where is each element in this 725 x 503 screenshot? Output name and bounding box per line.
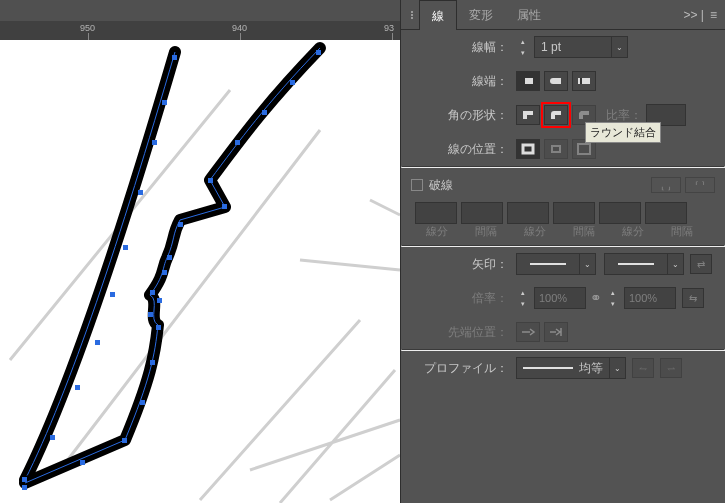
- scale-swap-button[interactable]: ⇆: [682, 288, 704, 308]
- svg-rect-23: [208, 178, 213, 183]
- tip-label: 先端位置：: [411, 324, 516, 341]
- tab-stroke[interactable]: 線: [419, 0, 457, 30]
- panel-menu-icon[interactable]: ≡: [710, 8, 717, 22]
- svg-rect-9: [162, 100, 167, 105]
- dash-3[interactable]: [599, 202, 641, 224]
- corner-label: 角の形状：: [411, 107, 516, 124]
- gap-3[interactable]: [645, 202, 687, 224]
- svg-rect-22: [222, 204, 227, 209]
- svg-rect-29: [523, 78, 525, 84]
- svg-rect-10: [172, 55, 177, 60]
- corner-round-button[interactable]: [544, 105, 568, 125]
- svg-rect-0: [22, 477, 27, 482]
- stroke-panel: 線 変形 属性 >> | ≡ 線幅： ▴▾ 1 pt ⌄ 線端： 角の形状：: [400, 0, 725, 503]
- svg-rect-15: [156, 325, 161, 330]
- tab-attribute[interactable]: 属性: [505, 0, 553, 30]
- tip-align-button[interactable]: [544, 322, 568, 342]
- svg-rect-11: [80, 460, 85, 465]
- cap-label: 線端：: [411, 73, 516, 90]
- scale-start-stepper[interactable]: ▴▾: [516, 287, 530, 309]
- svg-rect-12: [122, 438, 127, 443]
- dash-1[interactable]: [415, 202, 457, 224]
- profile-flip-y[interactable]: ⥋: [660, 358, 682, 378]
- gap-1[interactable]: [461, 202, 503, 224]
- svg-rect-6: [123, 245, 128, 250]
- stroke-weight-label: 線幅：: [411, 39, 516, 56]
- miter-limit-label: 比率：: [606, 107, 646, 124]
- svg-rect-21: [178, 222, 183, 227]
- tip-extend-button[interactable]: [516, 322, 540, 342]
- arrow-start-chevron[interactable]: ⌄: [580, 253, 596, 275]
- svg-rect-34: [523, 145, 533, 153]
- svg-rect-16: [148, 312, 153, 317]
- cap-round-button[interactable]: [544, 71, 568, 91]
- scale-link-icon[interactable]: ⚭: [586, 290, 606, 306]
- svg-point-31: [550, 78, 556, 84]
- panel-more-icon[interactable]: >> |: [684, 8, 704, 22]
- svg-rect-13: [140, 400, 145, 405]
- svg-rect-17: [157, 298, 162, 303]
- dash-align-b[interactable]: ⸢ ⸣: [685, 177, 715, 193]
- svg-rect-7: [138, 190, 143, 195]
- profile-chevron[interactable]: ⌄: [610, 357, 626, 379]
- panel-drag-handle[interactable]: [405, 0, 419, 30]
- dashed-checkbox[interactable]: [411, 179, 423, 191]
- svg-rect-5: [110, 292, 115, 297]
- svg-rect-26: [290, 80, 295, 85]
- svg-rect-19: [162, 270, 167, 275]
- svg-rect-24: [235, 140, 240, 145]
- gap-2[interactable]: [553, 202, 595, 224]
- arrow-end-chevron[interactable]: ⌄: [668, 253, 684, 275]
- arrow-swap-button[interactable]: ⇄: [690, 254, 712, 274]
- svg-rect-1: [22, 485, 27, 490]
- svg-rect-32: [578, 78, 590, 84]
- scale-label: 倍率：: [411, 290, 516, 307]
- scale-end-field[interactable]: 100%: [624, 287, 676, 309]
- svg-rect-4: [95, 340, 100, 345]
- svg-rect-3: [75, 385, 80, 390]
- svg-rect-20: [167, 255, 172, 260]
- arrow-start-select[interactable]: [516, 253, 580, 275]
- dashed-label: 破線: [429, 177, 453, 194]
- weight-stepper[interactable]: ▴▾: [516, 36, 530, 58]
- align-inside-button[interactable]: [544, 139, 568, 159]
- corner-tooltip: ラウンド結合: [585, 122, 661, 143]
- tab-transform[interactable]: 変形: [457, 0, 505, 30]
- stroke-weight-chevron[interactable]: ⌄: [612, 36, 628, 58]
- arrow-end-select[interactable]: [604, 253, 668, 275]
- corner-miter-button[interactable]: [516, 105, 540, 125]
- panel-tabs: 線 変形 属性 >> | ≡: [401, 0, 725, 30]
- svg-rect-8: [152, 140, 157, 145]
- align-label: 線の位置：: [411, 141, 516, 158]
- svg-rect-14: [150, 360, 155, 365]
- svg-rect-36: [578, 144, 590, 154]
- profile-label: プロファイル：: [411, 360, 516, 377]
- profile-select[interactable]: 均等: [516, 357, 610, 379]
- cap-butt-button[interactable]: [516, 71, 540, 91]
- svg-rect-18: [150, 290, 155, 295]
- svg-rect-33: [580, 78, 582, 84]
- scale-start-field[interactable]: 100%: [534, 287, 586, 309]
- cap-projecting-button[interactable]: [572, 71, 596, 91]
- align-center-button[interactable]: [516, 139, 540, 159]
- stroke-weight-select[interactable]: 1 pt: [534, 36, 612, 58]
- svg-rect-27: [316, 50, 321, 55]
- svg-rect-25: [262, 110, 267, 115]
- dash-2[interactable]: [507, 202, 549, 224]
- scale-end-stepper[interactable]: ▴▾: [606, 287, 620, 309]
- profile-flip-x[interactable]: ⥊: [632, 358, 654, 378]
- svg-rect-2: [50, 435, 55, 440]
- arrow-label: 矢印：: [411, 256, 516, 273]
- dash-align-a[interactable]: ⸤ ⸥: [651, 177, 681, 193]
- dash-column-labels: 線分間隔 線分間隔 線分間隔: [401, 224, 725, 239]
- svg-rect-35: [552, 146, 560, 152]
